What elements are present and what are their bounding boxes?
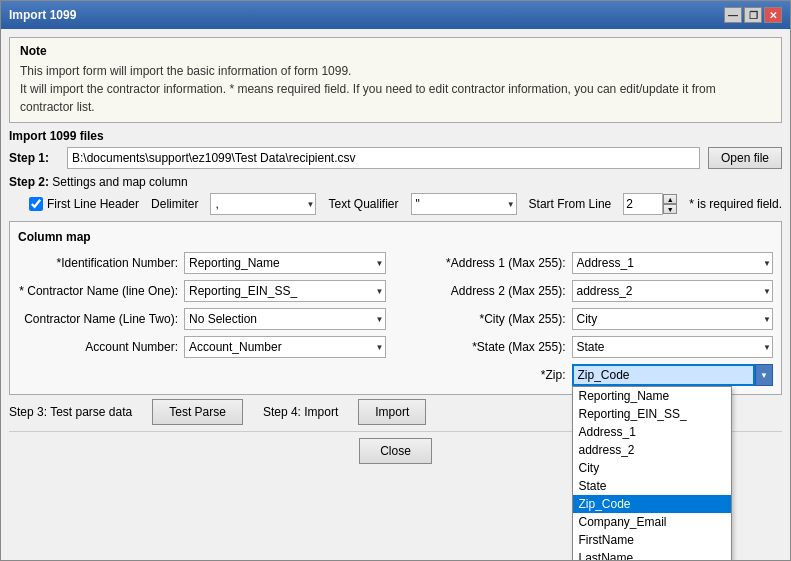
start-line-spinner: ▲ ▼ (623, 193, 677, 215)
map-row-contractor1: * Contractor Name (line One): Reporting_… (18, 280, 386, 302)
addr1-label: *Address 1 (Max 255): (406, 256, 566, 270)
zip-option-reporting-ein[interactable]: Reporting_EIN_SS_ (573, 405, 731, 423)
addr1-select[interactable]: Address_1 (572, 252, 774, 274)
start-from-line-label: Start From Line (529, 197, 612, 211)
note-title: Note (20, 44, 771, 58)
id-number-label: *Identification Number: (18, 256, 178, 270)
spinner-up[interactable]: ▲ (663, 194, 677, 204)
contractor1-select[interactable]: Reporting_EIN_SS_ (184, 280, 386, 302)
import-section-title: Import 1099 files (9, 129, 782, 143)
state-label: *State (Max 255): (406, 340, 566, 354)
step2-label: Step 2: (9, 175, 49, 189)
city-select[interactable]: City (572, 308, 774, 330)
map-left-col: *Identification Number: Reporting_Name *… (18, 252, 386, 386)
content-area: Note This import form will import the ba… (1, 29, 790, 560)
contractor2-select[interactable]: No Selection (184, 308, 386, 330)
zip-option-zipcode[interactable]: Zip_Code (573, 495, 731, 513)
titlebar: Import 1099 — ❐ ✕ (1, 1, 790, 29)
addr2-combo-wrapper: address_2 (572, 280, 774, 302)
note-line-2: It will import the contractor informatio… (20, 80, 771, 116)
text-qualifier-select[interactable]: " (411, 193, 517, 215)
import-section: Import 1099 files Step 1: Open file Step… (9, 129, 782, 425)
account-select[interactable]: Account_Number (184, 336, 386, 358)
open-file-button[interactable]: Open file (708, 147, 782, 169)
window-title: Import 1099 (9, 8, 76, 22)
step4-label: Step 4: Import (263, 405, 338, 419)
zip-option-reporting-name[interactable]: Reporting_Name (573, 387, 731, 405)
zip-option-lastname[interactable]: LastName (573, 549, 731, 560)
contractor1-combo-wrapper: Reporting_EIN_SS_ (184, 280, 386, 302)
map-row-addr2: Address 2 (Max 255): address_2 (406, 280, 774, 302)
column-map-box: Column map *Identification Number: Repor… (9, 221, 782, 395)
contractor1-label: * Contractor Name (line One): (18, 284, 178, 298)
import-button[interactable]: Import (358, 399, 426, 425)
zip-combo-wrapper: ▼ Reporting_Name Reporting_EIN_SS_ Addre… (572, 364, 774, 386)
id-number-select[interactable]: Reporting_Name (184, 252, 386, 274)
delimiter-select[interactable]: , (210, 193, 316, 215)
delimiter-label: Delimiter (151, 197, 198, 211)
account-combo-wrapper: Account_Number (184, 336, 386, 358)
close-button[interactable]: ✕ (764, 7, 782, 23)
first-line-header-label: First Line Header (47, 197, 139, 211)
spinner-down[interactable]: ▼ (663, 204, 677, 214)
map-row-account: Account Number: Account_Number (18, 336, 386, 358)
note-line-1: This import form will import the basic i… (20, 62, 771, 80)
addr2-select[interactable]: address_2 (572, 280, 774, 302)
restore-button[interactable]: ❐ (744, 7, 762, 23)
zip-option-email[interactable]: Company_Email (573, 513, 731, 531)
test-parse-button[interactable]: Test Parse (152, 399, 243, 425)
contractor2-combo-wrapper: No Selection (184, 308, 386, 330)
text-qualifier-combo-wrapper: " (411, 193, 517, 215)
step1-row: Step 1: Open file (9, 147, 782, 169)
map-row-id: *Identification Number: Reporting_Name (18, 252, 386, 274)
zip-option-city[interactable]: City (573, 459, 731, 477)
zip-dropdown-button[interactable]: ▼ (755, 364, 773, 386)
addr2-label: Address 2 (Max 255): (406, 284, 566, 298)
zip-input-row: ▼ (572, 364, 774, 386)
close-dialog-button[interactable]: Close (359, 438, 432, 464)
zip-label: *Zip: (406, 368, 566, 382)
city-label: *City (Max 255): (406, 312, 566, 326)
column-map-title: Column map (18, 230, 773, 244)
titlebar-buttons: — ❐ ✕ (724, 7, 782, 23)
map-row-zip: *Zip: ▼ Reporting_Name Reporting_EIN_SS_ (406, 364, 774, 386)
map-grid: *Identification Number: Reporting_Name *… (18, 252, 773, 386)
account-label: Account Number: (18, 340, 178, 354)
main-window: Import 1099 — ❐ ✕ Note This import form … (0, 0, 791, 561)
note-box: Note This import form will import the ba… (9, 37, 782, 123)
map-row-contractor2: Contractor Name (Line Two): No Selection (18, 308, 386, 330)
addr1-combo-wrapper: Address_1 (572, 252, 774, 274)
map-right-col: *Address 1 (Max 255): Address_1 Address … (406, 252, 774, 386)
file-path-input[interactable] (67, 147, 700, 169)
contractor2-label: Contractor Name (Line Two): (18, 312, 178, 326)
map-row-city: *City (Max 255): City (406, 308, 774, 330)
id-number-combo-wrapper: Reporting_Name (184, 252, 386, 274)
city-combo-wrapper: City (572, 308, 774, 330)
text-qualifier-label: Text Qualifier (328, 197, 398, 211)
zip-option-firstname[interactable]: FirstName (573, 531, 731, 549)
spinner: ▲ ▼ (663, 194, 677, 214)
zip-option-address2[interactable]: address_2 (573, 441, 731, 459)
zip-dropdown: Reporting_Name Reporting_EIN_SS_ Address… (572, 386, 732, 560)
map-row-addr1: *Address 1 (Max 255): Address_1 (406, 252, 774, 274)
zip-option-state[interactable]: State (573, 477, 731, 495)
step2-header: Step 2: Settings and map column (9, 175, 782, 189)
map-row-state: *State (Max 255): State (406, 336, 774, 358)
minimize-button[interactable]: — (724, 7, 742, 23)
step3-label: Step 3: Test parse data (9, 405, 132, 419)
first-line-header-checkbox[interactable] (29, 197, 43, 211)
step2-title: Settings and map column (52, 175, 187, 189)
step1-label: Step 1: (9, 151, 59, 165)
zip-input[interactable] (572, 364, 756, 386)
state-select[interactable]: State (572, 336, 774, 358)
zip-option-address1[interactable]: Address_1 (573, 423, 731, 441)
required-note: * is required field. (689, 197, 782, 211)
state-combo-wrapper: State (572, 336, 774, 358)
start-line-input[interactable] (623, 193, 663, 215)
delimiter-combo-wrapper: , (210, 193, 316, 215)
settings-row: First Line Header Delimiter , Text Quali… (29, 193, 782, 215)
first-line-header-row: First Line Header (29, 197, 139, 211)
